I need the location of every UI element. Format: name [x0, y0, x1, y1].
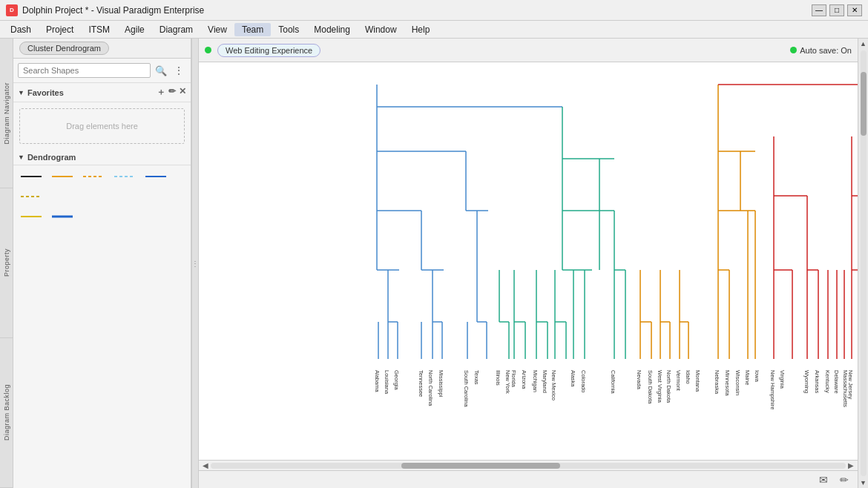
shape-black-line[interactable]: [18, 170, 45, 185]
svg-text:Alaska: Alaska: [570, 370, 576, 387]
shape-orange-dashed[interactable]: [80, 170, 107, 185]
menu-help[interactable]: Help: [404, 23, 438, 36]
right-sidebar: ▲ ▼: [858, 39, 868, 488]
h-scrollbar[interactable]: ◀ ▶: [199, 460, 858, 470]
svg-text:Nevada: Nevada: [636, 370, 642, 390]
svg-text:West Virginia: West Virginia: [657, 370, 663, 403]
scroll-left-arrow[interactable]: ◀: [200, 461, 211, 471]
more-options-icon[interactable]: ⋮: [171, 63, 186, 78]
minimize-button[interactable]: —: [812, 4, 826, 16]
svg-text:Nebraska: Nebraska: [714, 370, 720, 395]
diagram-tab[interactable]: Web Editing Experience: [217, 44, 320, 57]
menu-modeling[interactable]: Modeling: [306, 23, 358, 36]
main-layout: Diagram Navigator Property Diagram Backl…: [0, 39, 868, 488]
scroll-up-arrow[interactable]: ▲: [858, 39, 869, 49]
breadcrumb-bar: Cluster Dendrogram: [13, 39, 191, 59]
svg-text:Maine: Maine: [744, 370, 751, 385]
svg-text:Minnesota: Minnesota: [724, 370, 731, 396]
diagram-area: Web Editing Experience Auto save: On: [199, 39, 858, 488]
canvas-area[interactable]: Alabama Louisiana Georgia Tennessee Nort…: [199, 62, 858, 460]
left-edge-tabs: Diagram Navigator Property Diagram Backl…: [0, 39, 13, 488]
diagram-tab-label: Web Editing Experience: [226, 46, 312, 55]
menu-itsm[interactable]: ITSM: [81, 23, 117, 36]
maximize-button[interactable]: □: [829, 4, 844, 16]
scrollbar-track[interactable]: [211, 463, 846, 469]
shape-blue-thick[interactable]: [49, 210, 76, 225]
favorites-drag-area: Drag elements here: [19, 108, 185, 144]
auto-save: Auto save: On: [790, 46, 852, 55]
favorites-actions: ＋ ✏ ✕: [157, 86, 186, 99]
app-icon: D: [6, 4, 18, 16]
search-bar: 🔍 ⋮: [13, 59, 191, 83]
svg-text:South Dakota: South Dakota: [647, 370, 654, 404]
scroll-right-arrow[interactable]: ▶: [846, 461, 856, 471]
svg-text:New Mexico: New Mexico: [550, 370, 557, 400]
drag-hint: Drag elements here: [66, 122, 138, 131]
tab-diagram-navigator[interactable]: Diagram Navigator: [0, 39, 13, 188]
menu-view[interactable]: View: [200, 23, 234, 36]
svg-text:Maryland: Maryland: [542, 370, 548, 393]
svg-text:North Dakota: North Dakota: [665, 370, 672, 403]
shape-orange-line[interactable]: [49, 170, 76, 185]
shape-lightblue-dashed[interactable]: [111, 170, 138, 185]
menu-dash[interactable]: Dash: [3, 23, 39, 36]
svg-text:Colorado: Colorado: [580, 370, 587, 392]
favorites-chevron: ▼: [18, 89, 24, 96]
svg-text:Iowa: Iowa: [754, 370, 760, 383]
svg-text:Vermont: Vermont: [675, 370, 682, 392]
diagram-toolbar: Web Editing Experience Auto save: On: [199, 39, 858, 62]
shape-yellow-line[interactable]: [18, 210, 45, 225]
search-input[interactable]: [18, 63, 151, 78]
menu-bar: Dash Project ITSM Agile Diagram View Tea…: [0, 21, 868, 39]
svg-text:New York: New York: [504, 370, 511, 394]
edit-favorite-icon[interactable]: ✏: [168, 86, 176, 99]
svg-text:Delaware: Delaware: [833, 370, 840, 394]
app-title: Dolphin Project * - Visual Paradigm Ente…: [22, 5, 812, 16]
add-favorite-icon[interactable]: ＋: [157, 86, 165, 99]
search-icon[interactable]: 🔍: [154, 63, 168, 78]
tab-property[interactable]: Property: [0, 188, 13, 338]
v-scrollbar-thumb[interactable]: [861, 72, 867, 136]
dendrogram-shapes: [13, 165, 191, 234]
menu-tools[interactable]: Tools: [271, 23, 306, 36]
email-icon[interactable]: ✉: [816, 472, 831, 487]
shape-blue-solid[interactable]: [142, 170, 169, 185]
scrollbar-thumb[interactable]: [401, 463, 560, 469]
svg-text:North Carolina: North Carolina: [427, 370, 434, 406]
tab-diagram-backlog[interactable]: Diagram Backlog: [0, 338, 13, 488]
window-controls[interactable]: — □ ✕: [812, 4, 862, 16]
svg-text:Kentucky: Kentucky: [824, 370, 831, 393]
scroll-down-arrow[interactable]: ▼: [858, 478, 869, 488]
dendrogram-svg: Alabama Louisiana Georgia Tennessee Nort…: [199, 62, 858, 426]
dendrogram-section-header[interactable]: ▼ Dendrogram: [13, 150, 191, 165]
menu-team[interactable]: Team: [234, 23, 271, 36]
bottom-bar: ✉ ✏: [199, 470, 858, 488]
edit-icon[interactable]: ✏: [837, 472, 852, 487]
collapse-handle[interactable]: ⋮: [191, 39, 199, 488]
dendrogram-chevron: ▼: [18, 154, 24, 161]
svg-text:Mississippi: Mississippi: [438, 370, 444, 398]
svg-text:Illinois: Illinois: [495, 370, 502, 386]
svg-text:Texas: Texas: [473, 370, 480, 385]
svg-text:New Hampshire: New Hampshire: [769, 370, 776, 409]
svg-text:Louisiana: Louisiana: [384, 370, 390, 395]
menu-diagram[interactable]: Diagram: [152, 23, 200, 36]
svg-text:Tennessee: Tennessee: [418, 370, 424, 397]
svg-text:Michigan: Michigan: [532, 370, 539, 392]
close-button[interactable]: ✕: [847, 4, 862, 16]
status-dot: [205, 47, 211, 53]
svg-text:California: California: [610, 370, 617, 395]
svg-text:Georgia: Georgia: [393, 370, 400, 391]
close-favorite-icon[interactable]: ✕: [179, 86, 186, 99]
menu-agile[interactable]: Agile: [117, 23, 152, 36]
svg-text:Alabama: Alabama: [374, 370, 381, 392]
breadcrumb[interactable]: Cluster Dendrogram: [19, 42, 109, 55]
svg-text:Virginia: Virginia: [779, 370, 786, 389]
menu-project[interactable]: Project: [39, 23, 81, 36]
favorites-section-header[interactable]: ▼ Favorites ＋ ✏ ✕: [13, 83, 191, 102]
v-scrollbar-track[interactable]: [861, 50, 867, 476]
menu-window[interactable]: Window: [358, 23, 404, 36]
shape-gold-dashed[interactable]: [18, 190, 45, 205]
autosave-label: Auto save: On: [800, 46, 852, 55]
autosave-dot: [790, 47, 797, 53]
